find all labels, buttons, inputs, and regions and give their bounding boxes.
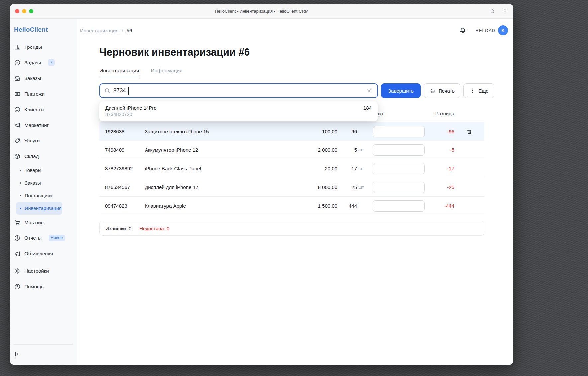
item-price: 100,00	[301, 129, 337, 134]
sidebar-item-label: Задачи	[24, 60, 41, 65]
sidebar-item-label: Маркетинг	[24, 122, 49, 128]
traffic-lights	[15, 4, 33, 18]
app-logo: HelloClient	[10, 25, 77, 39]
gear-icon	[14, 268, 21, 274]
sidebar-item-tasks[interactable]: Задачи 7	[10, 55, 77, 70]
desktop: { "window": { "title": "HelloClient - Ин…	[0, 0, 588, 376]
sidebar-item-label: Магазин	[24, 220, 44, 225]
sidebar-item-clients[interactable]: Клиенты	[10, 102, 77, 117]
trash-icon[interactable]	[465, 128, 473, 136]
sidebar-item-settings[interactable]: Настройки	[10, 263, 77, 279]
item-price: 1 500,00	[301, 203, 337, 209]
surplus-label: Излишки: 0	[105, 226, 131, 231]
bullet-icon	[20, 182, 21, 184]
search-suggestion[interactable]: Дисплей iPhone 14Pro 184 8734820720	[99, 101, 378, 121]
topbar: Инвентаризация / #6 RELOAD K	[77, 24, 513, 37]
item-diff: -96	[425, 129, 454, 134]
sidebar-item-help[interactable]: Помощь	[10, 279, 77, 294]
text-caret	[128, 87, 129, 95]
sidebar-subitem-products[interactable]: Товары	[16, 164, 62, 177]
fact-input[interactable]	[373, 163, 425, 174]
extensions-icon[interactable]	[489, 8, 495, 14]
sidebar-item-label: Товары	[25, 168, 41, 173]
bullet-icon	[20, 195, 21, 196]
table-row: 09474823 Клавиатура Apple 1 500,00 444 -…	[99, 197, 484, 215]
titlebar: HelloClient - Инвентаризация - HelloClie…	[10, 4, 513, 19]
main-area: Инвентаризация / #6 RELOAD K Черновик ин…	[77, 19, 513, 365]
suggestion-qty: 184	[363, 105, 372, 111]
minimize-window-button[interactable]	[22, 9, 26, 13]
item-name: Дисплей для iPhone 17	[145, 184, 301, 190]
page-title: Черновик инвентаризации #6	[99, 47, 484, 58]
tabs: Инвентаризация Информация	[99, 68, 484, 77]
item-unit: шт	[357, 147, 365, 152]
sidebar-item-payments[interactable]: Платежи	[10, 86, 77, 102]
sidebar-item-announcements[interactable]: Объявления	[10, 246, 77, 261]
sidebar-item-label: Тренды	[24, 44, 42, 50]
item-name: iPhone Back Glass Panel	[145, 166, 301, 171]
print-button[interactable]: Печать	[424, 83, 460, 98]
sidebar-item-warehouse[interactable]: Склад	[10, 148, 77, 164]
sidebar-item-label: Помощь	[24, 284, 44, 289]
search-icon	[104, 87, 111, 94]
item-unit: шт	[357, 185, 365, 190]
bell-icon[interactable]	[459, 27, 466, 34]
sidebar-item-reports[interactable]: Отчеты Новое	[10, 230, 77, 246]
tasks-count-badge: 7	[48, 59, 55, 66]
reports-new-badge: Новое	[49, 235, 65, 241]
browser-menu-icon[interactable]	[502, 8, 508, 14]
tab-info[interactable]: Информация	[151, 68, 182, 77]
more-button[interactable]: Еще	[463, 83, 494, 98]
item-qty: 96	[337, 129, 357, 134]
toolbar: Дисплей iPhone 14Pro 184 8734820720 Заве…	[99, 83, 484, 98]
sidebar-subitem-inventory[interactable]: Инвентаризация	[16, 202, 62, 215]
fact-input[interactable]	[373, 200, 425, 212]
cart-icon	[14, 219, 21, 226]
sidebar-item-orders[interactable]: Заказы	[10, 70, 77, 86]
breadcrumb-root[interactable]: Инвентаризация	[80, 28, 119, 33]
item-code: 09474823	[99, 203, 145, 209]
table-row: 7498409 Аккумулятор iPhone 12 2 000,00 5…	[99, 141, 484, 159]
payment-card-icon	[14, 91, 21, 97]
sidebar-item-label: Заказы	[25, 180, 41, 186]
sidebar-item-label: Настройки	[24, 268, 49, 274]
check-circle-icon	[14, 59, 21, 66]
box-icon	[14, 153, 21, 160]
sidebar-item-label: Платежи	[24, 91, 45, 97]
print-button-label: Печать	[439, 88, 455, 94]
sidebar-item-label: Склад	[24, 153, 39, 159]
reload-button[interactable]: RELOAD	[476, 28, 495, 33]
sidebar-item-trends[interactable]: Тренды	[10, 39, 77, 55]
avatar[interactable]: K	[498, 25, 508, 35]
sidebar-item-label: Клиенты	[24, 107, 44, 112]
item-qty: 444	[337, 203, 357, 209]
sidebar-subitem-orders[interactable]: Заказы	[16, 177, 62, 189]
breadcrumb: Инвентаризация / #6	[80, 28, 132, 33]
table-row: 1928638 Защитное стекло iPhone 15 100,00…	[99, 122, 484, 141]
sidebar-item-services[interactable]: Услуги	[10, 133, 77, 148]
content: Черновик инвентаризации #6 Инвентаризаци…	[77, 37, 513, 365]
collapse-sidebar-button[interactable]	[14, 349, 23, 359]
zoom-window-button[interactable]	[29, 9, 33, 13]
sidebar-footer	[10, 340, 77, 365]
more-button-label: Еще	[478, 88, 489, 94]
sidebar-nav: Тренды Задачи 7 Заказы Платежи	[10, 39, 77, 340]
fact-input[interactable]	[373, 126, 425, 137]
bar-chart-icon	[14, 44, 21, 50]
clear-search-icon[interactable]	[365, 86, 373, 95]
tab-inventory[interactable]: Инвентаризация	[99, 68, 139, 77]
fact-input[interactable]	[373, 144, 425, 156]
item-name: Аккумулятор iPhone 12	[145, 147, 301, 153]
item-code: 3782739892	[99, 166, 145, 171]
sidebar-subitem-suppliers[interactable]: Поставщики	[16, 189, 62, 202]
item-code: 1928638	[99, 129, 145, 134]
fact-input[interactable]	[373, 182, 425, 193]
item-qty: 25	[337, 184, 357, 190]
sidebar-item-marketing[interactable]: Маркетинг	[10, 117, 77, 133]
item-diff: -17	[425, 166, 454, 171]
close-window-button[interactable]	[15, 9, 19, 13]
finish-button[interactable]: Завершить	[381, 83, 421, 98]
search-input[interactable]	[113, 87, 365, 94]
sidebar-item-shop[interactable]: Магазин	[10, 215, 77, 230]
shortage-label: Недостача: 0	[139, 226, 169, 231]
